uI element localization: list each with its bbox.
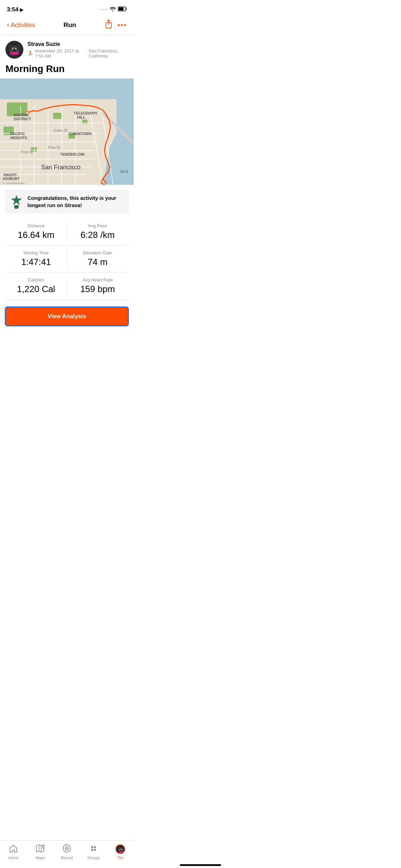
- view-analysis-button[interactable]: View Analysis: [5, 306, 129, 326]
- elevation-stat: Elevation Gain 74 m: [67, 250, 129, 267]
- calories-stat: Calories 1,220 Cal: [5, 277, 67, 294]
- user-location: San Francisco, California: [89, 48, 128, 59]
- activity-title: Morning Run: [0, 61, 134, 79]
- user-info: Strava Suzie 🏃 November 25, 2017 at 7:51…: [27, 41, 128, 59]
- svg-marker-57: [11, 195, 22, 205]
- battery-icon: [118, 7, 127, 13]
- map-area[interactable]: MARINA DISTRICT TELEGRAPH HILL Union St …: [0, 79, 134, 185]
- status-time: 3:54 ▶: [7, 6, 23, 13]
- chevron-left-icon: ‹: [7, 21, 9, 29]
- svg-text:CHINATOWN: CHINATOWN: [69, 132, 92, 136]
- wifi-icon: [110, 7, 116, 13]
- avatar: [5, 41, 23, 59]
- user-meta: 🏃 November 25, 2017 at 7:51 AM · San Fra…: [27, 48, 128, 59]
- status-icons: [100, 7, 127, 13]
- svg-point-55: [26, 112, 28, 114]
- run-activity-icon: 🏃: [27, 51, 33, 56]
- svg-text:PACIFIC: PACIFIC: [10, 132, 25, 136]
- distance-label: Distance: [27, 223, 45, 228]
- svg-text:Post St: Post St: [21, 150, 33, 154]
- stats-row-3: Calories 1,220 Cal Avg Heart Rate 159 bp…: [5, 273, 128, 300]
- svg-rect-21: [53, 113, 62, 119]
- svg-point-14: [10, 52, 19, 55]
- distance-stat: Distance 16.64 km: [5, 223, 67, 240]
- svg-text:HAIGHT-: HAIGHT-: [3, 173, 17, 177]
- achievement-text: Congratulations, this activity is your l…: [27, 194, 123, 209]
- svg-rect-2: [119, 8, 124, 11]
- page-title: Run: [63, 21, 76, 29]
- svg-text:3rd S: 3rd S: [120, 170, 128, 173]
- heart-rate-value: 159 bpm: [80, 284, 115, 294]
- calories-label: Calories: [28, 277, 44, 282]
- svg-text:TENDERLOIN: TENDERLOIN: [60, 152, 85, 156]
- user-header: Strava Suzie 🏃 November 25, 2017 at 7:51…: [0, 35, 134, 61]
- time-display: 3:54: [7, 6, 19, 13]
- signal-icon: [100, 9, 108, 10]
- achievement-banner: Congratulations, this activity is your l…: [5, 190, 129, 214]
- moving-time-label: Moving Time: [23, 250, 49, 255]
- heart-rate-label: Avg Heart Rate: [82, 277, 113, 282]
- back-button[interactable]: ‹ Activities: [7, 21, 35, 29]
- svg-text:Pine St: Pine St: [48, 145, 60, 149]
- svg-text:HEIGHTS: HEIGHTS: [10, 136, 27, 140]
- calories-value: 1,220 Cal: [17, 284, 55, 294]
- share-button[interactable]: [105, 19, 113, 31]
- nav-actions: •••: [105, 19, 127, 31]
- svg-text:HILL: HILL: [77, 115, 86, 119]
- back-label: Activities: [11, 22, 35, 29]
- svg-text:TELEGRAPH: TELEGRAPH: [74, 111, 97, 115]
- user-name: Strava Suzie: [27, 41, 128, 47]
- elevation-value: 74 m: [88, 257, 108, 267]
- avg-pace-stat: Avg Pace 6:28 /km: [67, 223, 129, 240]
- avg-pace-value: 6:28 /km: [81, 230, 115, 240]
- heart-rate-stat: Avg Heart Rate 159 bpm: [67, 277, 129, 294]
- avg-pace-label: Avg Pace: [88, 223, 107, 228]
- distance-value: 16.64 km: [18, 230, 54, 240]
- stats-section: Distance 16.64 km Avg Pace 6:28 /km Movi…: [0, 217, 134, 301]
- svg-text:Union St: Union St: [53, 128, 68, 132]
- svg-text:DISTRICT: DISTRICT: [14, 117, 31, 121]
- moving-time-stat: Moving Time 1:47:41: [5, 250, 67, 267]
- status-bar: 3:54 ▶: [0, 0, 134, 16]
- more-button[interactable]: •••: [118, 21, 127, 29]
- svg-point-11: [13, 50, 15, 51]
- moving-time-value: 1:47:41: [21, 257, 51, 267]
- achievement-trophy-icon: [10, 194, 23, 209]
- elevation-label: Elevation Gain: [83, 250, 112, 255]
- user-date: November 25, 2017 at 7:51 AM: [35, 48, 84, 59]
- svg-text:© OpenStreetMap: © OpenStreetMap: [3, 182, 25, 185]
- svg-point-10: [16, 48, 16, 49]
- svg-text:ASHBURY: ASHBURY: [3, 177, 20, 181]
- svg-rect-1: [126, 8, 127, 10]
- stats-row-2: Moving Time 1:47:41 Elevation Gain 74 m: [5, 245, 128, 273]
- stats-row-1: Distance 16.64 km Avg Pace 6:28 /km: [5, 218, 128, 245]
- svg-text:San Francisco: San Francisco: [41, 164, 81, 171]
- nav-bar: ‹ Activities Run •••: [0, 16, 134, 35]
- location-arrow-icon: ▶: [20, 7, 23, 12]
- svg-point-9: [12, 48, 13, 49]
